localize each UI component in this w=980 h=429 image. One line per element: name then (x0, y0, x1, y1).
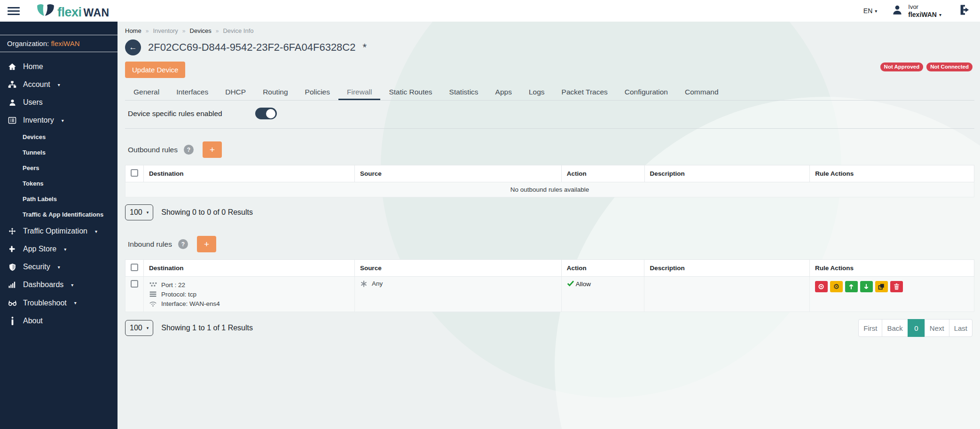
select-all-checkbox[interactable] (131, 264, 138, 271)
sidebar-item-path-labels[interactable]: Path Labels (0, 191, 118, 207)
tab-static-routes[interactable]: Static Routes (380, 84, 440, 100)
rule-settings-button[interactable]: ⚙ (830, 281, 843, 292)
sidebar-item-troubleshoot[interactable]: Troubleshoot ▾ (0, 294, 118, 312)
sidebar-item-traffic-app-identifications[interactable]: Traffic & App Identifications (0, 207, 118, 222)
column-header-action: Action (561, 165, 644, 182)
language-dropdown[interactable]: EN ▾ (863, 7, 877, 15)
tab-configuration[interactable]: Configuration (616, 84, 676, 100)
hamburger-menu-icon[interactable] (8, 5, 20, 17)
breadcrumb-inventory[interactable]: Inventory (153, 27, 178, 34)
device-rules-toggle[interactable] (255, 108, 277, 119)
help-icon[interactable]: ? (178, 239, 188, 249)
sidebar-item-account[interactable]: Account ▾ (0, 76, 118, 94)
select-all-checkbox[interactable] (131, 169, 138, 177)
sidebar-item-label: App Store (23, 245, 56, 253)
sidebar-item-about[interactable]: About (0, 312, 118, 330)
delete-rule-button[interactable] (890, 281, 903, 292)
sidebar-item-label: Inventory (23, 116, 54, 125)
breadcrumb-separator: » (182, 28, 186, 34)
row-checkbox[interactable] (131, 280, 138, 288)
column-header-rule-actions: Rule Actions (810, 165, 974, 182)
device-rules-toggle-label: Device specific rules enabled (128, 109, 222, 118)
language-label: EN (863, 7, 872, 15)
column-header-source: Source (354, 260, 561, 277)
outbound-rules-table: Destination Source Action Description Ru… (125, 165, 974, 197)
tab-dhcp[interactable]: DHCP (217, 84, 254, 100)
chevron-down-icon: ▾ (147, 210, 149, 215)
sitemap-icon (8, 80, 17, 89)
tab-interfaces[interactable]: Interfaces (168, 84, 217, 100)
tab-policies[interactable]: Policies (297, 84, 338, 100)
page-size-value: 100 (130, 208, 142, 217)
logout-button[interactable] (958, 3, 972, 18)
tab-apps[interactable]: Apps (487, 84, 520, 100)
status-badge-not-connected: Not Connected (926, 62, 972, 71)
tab-command[interactable]: Command (676, 84, 727, 100)
inbound-results-text: Showing 1 to 1 of 1 Results (161, 324, 253, 332)
tab-general[interactable]: General (125, 84, 168, 100)
chevron-down-icon: ▾ (147, 326, 149, 330)
back-button[interactable]: ← (125, 39, 141, 55)
arrows-move-icon (8, 227, 17, 235)
sidebar-item-devices[interactable]: Devices (0, 129, 118, 145)
sidebar-item-tunnels[interactable]: Tunnels (0, 145, 118, 160)
breadcrumb-devices[interactable]: Devices (190, 27, 212, 34)
sidebar-item-traffic-optimization[interactable]: Traffic Optimization ▾ (0, 222, 118, 240)
disable-rule-button[interactable] (815, 281, 828, 292)
move-rule-down-button[interactable] (860, 281, 873, 292)
user-icon (891, 4, 903, 18)
move-rule-up-button[interactable] (845, 281, 858, 292)
table-row: Port : 22 Protocol: tcp Interface: WAN-e… (125, 277, 974, 312)
tab-routing[interactable]: Routing (254, 84, 296, 100)
breadcrumb-device-info: Device Info (223, 27, 253, 34)
pagination-next-button[interactable]: Next (925, 319, 949, 337)
sidebar-item-users[interactable]: Users (0, 94, 118, 111)
empty-row: No outbound rules available (125, 182, 974, 197)
add-outbound-rule-button[interactable]: + (203, 141, 222, 158)
tab-firewall[interactable]: Firewall (338, 84, 380, 100)
page-title-device-id: 2F02CC69-D844-9542-23F2-6FA04F6328C2 (148, 41, 355, 54)
chevron-down-icon: ▾ (939, 12, 941, 17)
column-header-destination: Destination (144, 260, 355, 277)
status-badge-not-approved: Not Approved (880, 62, 924, 71)
organization-row: Organization: flexiWAN (0, 35, 118, 52)
chevron-down-icon: ▾ (62, 118, 64, 123)
flexiwan-logo[interactable]: flexi WAN (36, 3, 110, 19)
destination-cell: Port : 22 Protocol: tcp Interface: WAN-e… (144, 277, 355, 312)
home-icon (8, 62, 17, 71)
help-icon[interactable]: ? (184, 145, 194, 155)
main-content: Home » Inventory » Devices » Device Info… (118, 22, 980, 429)
tab-logs[interactable]: Logs (520, 84, 553, 100)
sidebar-item-peers[interactable]: Peers (0, 160, 118, 176)
sidebar-item-dashboards[interactable]: Dashboards ▾ (0, 276, 118, 294)
pagination-back-button[interactable]: Back (882, 319, 908, 337)
sidebar-item-tokens[interactable]: Tokens (0, 176, 118, 191)
clone-rule-button[interactable] (875, 281, 888, 292)
pagination-last-button[interactable]: Last (949, 319, 972, 337)
update-device-button[interactable]: Update Device (125, 62, 185, 78)
breadcrumb-home[interactable]: Home (125, 27, 141, 34)
source-value: Any (372, 280, 383, 287)
chevron-down-icon: ▾ (71, 282, 73, 288)
check-icon (567, 280, 574, 288)
inbound-page-size-select[interactable]: 100 ▾ (125, 320, 153, 336)
user-org: flexiWAN (908, 11, 937, 18)
pagination-first-button[interactable]: First (858, 319, 882, 337)
shield-icon (8, 263, 17, 271)
sidebar-item-inventory[interactable]: Inventory ▾ (0, 111, 118, 129)
column-header-description: Description (644, 165, 810, 182)
tab-statistics[interactable]: Statistics (441, 84, 487, 100)
sidebar-item-label: Troubleshoot (23, 299, 67, 307)
pagination: First Back 0 Next Last (859, 319, 972, 337)
flexiwan-logo-icon (36, 3, 55, 19)
outbound-page-size-select[interactable]: 100 ▾ (125, 204, 153, 220)
user-menu[interactable]: Ivor flexiWAN ▾ (891, 3, 941, 18)
pagination-current-page[interactable]: 0 (908, 319, 925, 337)
sidebar-item-security[interactable]: Security ▾ (0, 258, 118, 276)
tab-packet-traces[interactable]: Packet Traces (553, 84, 616, 100)
sidebar-item-app-store[interactable]: App Store ▾ (0, 240, 118, 258)
sidebar-item-home[interactable]: Home (0, 58, 118, 76)
action-cell: Allow (561, 277, 644, 312)
brand-flexi: flexi (57, 6, 82, 19)
add-inbound-rule-button[interactable]: + (197, 236, 216, 252)
